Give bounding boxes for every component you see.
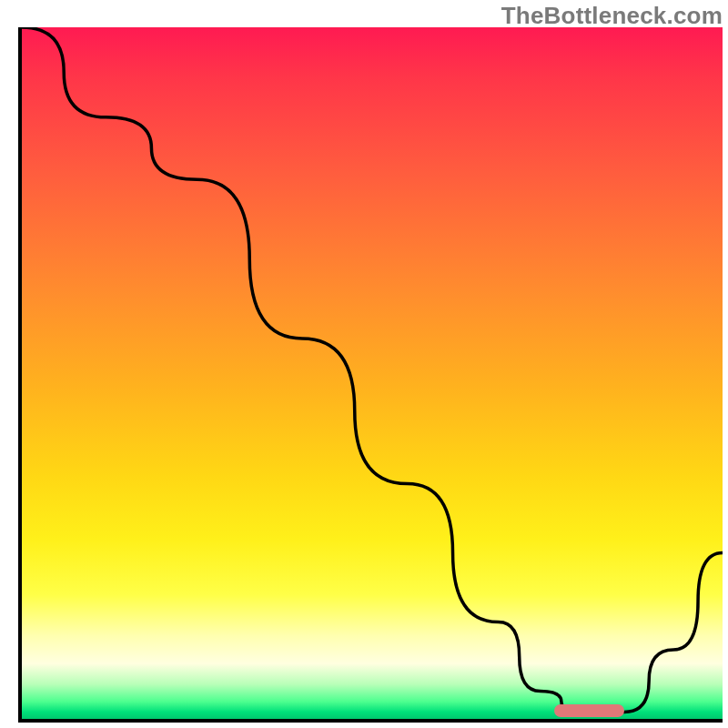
chart-container: TheBottleneck.com xyxy=(0,0,728,728)
trough-marker xyxy=(554,704,624,717)
bottleneck-curve xyxy=(22,27,723,719)
watermark-label: TheBottleneck.com xyxy=(501,2,723,30)
plot-area xyxy=(18,27,723,723)
curve-path xyxy=(22,27,723,712)
